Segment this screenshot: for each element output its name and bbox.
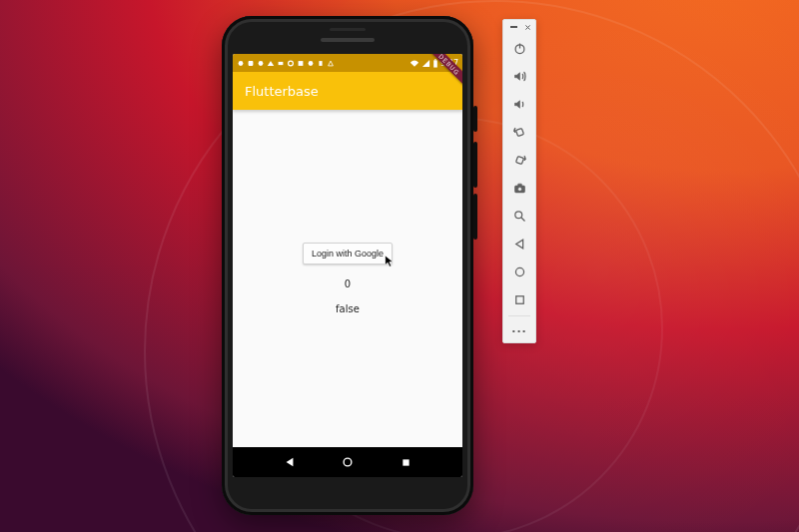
app-title: Flutterbase [245,84,319,99]
emulator-volume-down-button[interactable] [505,90,533,118]
emulator-home-button[interactable] [505,258,533,285]
svg-rect-11 [402,459,408,465]
more-label: ... [511,322,527,335]
rotate-right-icon [512,153,527,168]
emulator-zoom-button[interactable] [505,202,533,230]
emulator-device-frame: 9:27 Flutterbase debug Login with Google… [222,16,473,515]
emulator-volume-up-button[interactable] [505,62,533,90]
triangle-back-icon [512,237,527,252]
counter-text: 0 [345,278,351,289]
square-overview-icon [512,292,527,307]
phone-sensor [330,28,366,31]
phone-side-button [473,194,477,240]
nav-recent-button[interactable] [400,453,411,472]
android-soft-nav [233,447,462,477]
app-bar: Flutterbase [233,72,462,110]
svg-point-4 [289,61,294,66]
emulator-screenshot-button[interactable] [505,174,533,202]
svg-rect-8 [433,60,437,67]
close-icon [524,24,531,31]
bug-icon [257,59,265,68]
nav-home-button[interactable] [342,453,354,472]
phone-side-button [473,106,477,132]
nav-back-button[interactable] [284,453,296,472]
svg-rect-7 [319,61,322,66]
svg-point-6 [309,61,314,66]
svg-rect-3 [279,61,284,64]
emulator-back-button[interactable] [505,230,533,258]
svg-point-2 [259,61,264,66]
emulator-overview-button[interactable] [505,285,533,313]
phone-earpiece [321,38,375,42]
status-notification-icons [237,59,335,68]
power-icon [512,41,527,56]
emulator-minimize-button[interactable] [509,23,517,31]
square-recent-icon [400,457,411,468]
mouse-cursor-icon [384,255,396,268]
login-status-text: false [336,303,360,314]
circle-home-icon [512,265,527,279]
toolbar-separator [508,315,530,316]
svg-rect-17 [517,184,521,187]
svg-point-19 [514,211,521,218]
svg-line-20 [521,218,524,221]
camera-icon [512,181,527,196]
svg-rect-9 [434,59,436,60]
svg-point-0 [239,61,244,66]
svg-rect-14 [515,128,523,136]
emulator-more-button[interactable]: ... [505,317,533,339]
svg-rect-5 [299,61,304,66]
zoom-icon [512,209,527,224]
emulator-rotate-right-button[interactable] [505,146,533,174]
svg-rect-1 [249,61,254,66]
triangle-back-icon [284,456,296,468]
volume-up-icon [512,69,527,84]
volume-down-icon [512,97,527,112]
app-body: Login with Google 0 false [233,110,462,447]
wifi-icon [409,59,419,68]
device-screen[interactable]: 9:27 Flutterbase debug Login with Google… [233,54,462,477]
circle-home-icon [342,456,354,468]
svg-point-10 [345,458,353,466]
svg-point-21 [515,267,523,275]
svg-rect-22 [515,295,523,303]
emulator-toolbar: ... [502,19,536,343]
svg-rect-15 [515,156,523,164]
emulator-toolbar-titlebar [503,20,535,34]
emulator-rotate-left-button[interactable] [505,118,533,146]
login-button-label: Login with Google [312,249,384,259]
emulator-close-button[interactable] [523,23,531,31]
rotate-left-icon [512,125,527,140]
android-status-bar: 9:27 [233,54,462,72]
login-with-google-button[interactable]: Login with Google [303,243,393,265]
phone-side-button [473,142,477,188]
svg-point-18 [517,187,521,191]
signal-icon [421,59,430,68]
emulator-power-button[interactable] [505,34,533,62]
